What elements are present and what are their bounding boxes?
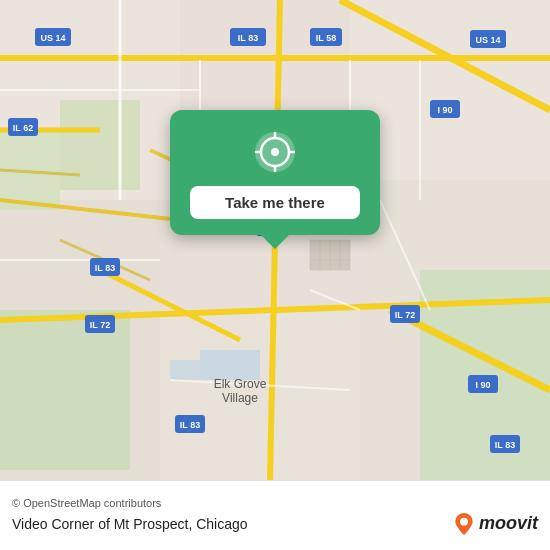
svg-text:Elk Grove: Elk Grove [214, 377, 267, 391]
svg-point-68 [271, 148, 279, 156]
svg-text:I 90: I 90 [475, 380, 490, 390]
svg-rect-5 [160, 310, 360, 480]
moovit-pin-icon [453, 513, 475, 535]
svg-text:IL 62: IL 62 [13, 123, 33, 133]
svg-text:I 90: I 90 [437, 105, 452, 115]
svg-text:Village: Village [222, 391, 258, 405]
moovit-brand-name: moovit [479, 513, 538, 534]
svg-rect-8 [60, 100, 140, 190]
svg-point-73 [460, 517, 468, 525]
svg-text:IL 83: IL 83 [180, 420, 200, 430]
popup-card: Take me there [170, 110, 380, 235]
svg-text:IL 83: IL 83 [95, 263, 115, 273]
svg-text:IL 72: IL 72 [90, 320, 110, 330]
take-me-there-button[interactable]: Take me there [190, 186, 360, 219]
svg-text:IL 83: IL 83 [495, 440, 515, 450]
location-pin-icon [253, 130, 297, 174]
bottom-bar: © OpenStreetMap contributors Video Corne… [0, 480, 550, 550]
map-container: US 14 IL 83 IL 58 US 14 IL 62 I 90 IL 83… [0, 0, 550, 480]
svg-text:IL 72: IL 72 [395, 310, 415, 320]
svg-rect-3 [350, 0, 550, 180]
location-text: Video Corner of Mt Prospect, Chicago [12, 516, 248, 532]
moovit-logo: moovit [453, 513, 538, 535]
svg-rect-10 [200, 350, 260, 380]
map-attribution: © OpenStreetMap contributors [12, 497, 538, 509]
svg-text:US 14: US 14 [40, 33, 65, 43]
svg-text:IL 83: IL 83 [238, 33, 258, 43]
svg-rect-6 [0, 310, 130, 470]
svg-text:IL 58: IL 58 [316, 33, 336, 43]
svg-rect-11 [170, 360, 200, 380]
svg-text:US 14: US 14 [475, 35, 500, 45]
